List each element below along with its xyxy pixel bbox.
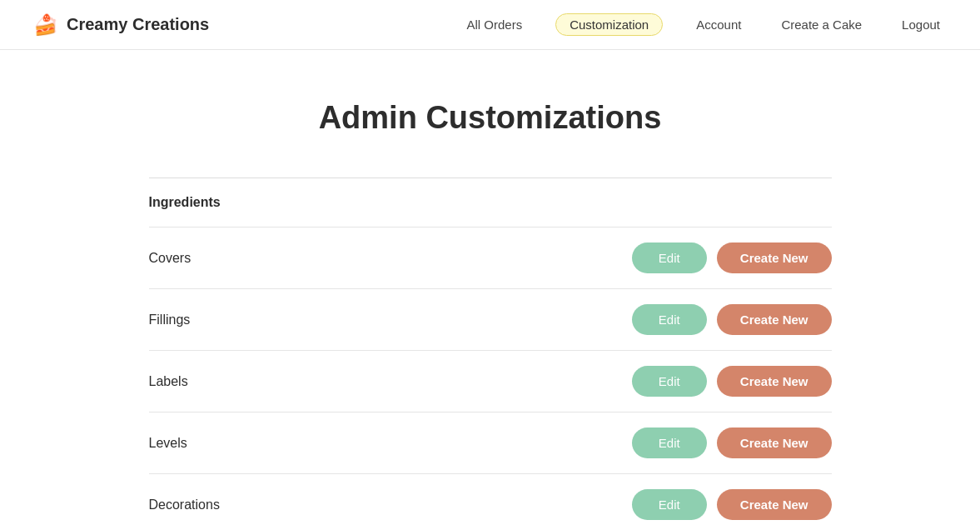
- nav-logout[interactable]: Logout: [895, 14, 947, 35]
- edit-button-covers[interactable]: Edit: [632, 242, 707, 273]
- ingredient-name-decorations: Decorations: [149, 498, 274, 512]
- create-button-decorations[interactable]: Create New: [717, 489, 832, 520]
- section-divider: [149, 178, 832, 178]
- ingredient-row-decorations: Decorations Edit Create New: [149, 474, 832, 530]
- ingredient-row-covers: Covers Edit Create New: [149, 228, 832, 288]
- logo-icon: 🍰: [33, 13, 58, 37]
- create-button-labels[interactable]: Create New: [717, 366, 832, 397]
- nav-all-orders[interactable]: All Orders: [460, 14, 529, 35]
- edit-button-decorations[interactable]: Edit: [632, 489, 707, 520]
- nav-create-a-cake[interactable]: Create a Cake: [774, 14, 868, 35]
- nav-account[interactable]: Account: [689, 14, 748, 35]
- ingredient-name-labels: Labels: [149, 374, 274, 389]
- create-button-fillings[interactable]: Create New: [717, 304, 832, 335]
- ingredient-name-levels: Levels: [149, 436, 274, 451]
- button-group-covers: Edit Create New: [632, 242, 832, 273]
- brand-name: Creamy Creations: [67, 15, 209, 34]
- nav-customization[interactable]: Customization: [555, 13, 663, 36]
- create-button-covers[interactable]: Create New: [717, 242, 832, 273]
- ingredient-row-levels: Levels Edit Create New: [149, 412, 832, 473]
- header: 🍰 Creamy Creations All Orders Customizat…: [0, 0, 980, 50]
- ingredient-name-fillings: Fillings: [149, 312, 274, 328]
- page-title: Admin Customizations: [149, 100, 832, 136]
- section-label: Ingredients: [149, 195, 832, 210]
- ingredient-row-fillings: Fillings Edit Create New: [149, 289, 832, 350]
- create-button-levels[interactable]: Create New: [717, 428, 832, 458]
- button-group-levels: Edit Create New: [632, 428, 832, 458]
- ingredient-name-covers: Covers: [149, 251, 274, 266]
- edit-button-fillings[interactable]: Edit: [632, 304, 707, 335]
- logo: 🍰 Creamy Creations: [33, 13, 209, 37]
- edit-button-labels[interactable]: Edit: [632, 366, 707, 397]
- button-group-decorations: Edit Create New: [632, 489, 832, 520]
- main-content: Admin Customizations Ingredients Covers …: [116, 50, 865, 530]
- edit-button-levels[interactable]: Edit: [632, 428, 707, 458]
- ingredient-row-labels: Labels Edit Create New: [149, 351, 832, 412]
- main-nav: All Orders Customization Account Create …: [460, 13, 947, 36]
- button-group-labels: Edit Create New: [632, 366, 832, 397]
- button-group-fillings: Edit Create New: [632, 304, 832, 335]
